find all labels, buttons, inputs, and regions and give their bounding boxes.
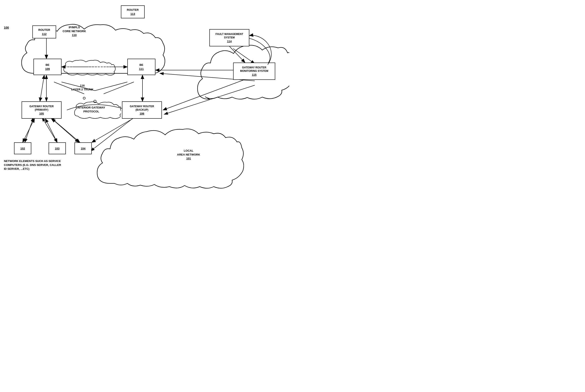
- lan-num: 101: [177, 157, 200, 160]
- core-network-num: 110: [63, 33, 86, 37]
- gw-primary-105-num: 105: [39, 112, 44, 115]
- bottom-label: NETWORK ELEMENTS SUCH AS SERVICE COMPUTE…: [4, 159, 61, 171]
- grms-115-num: 115: [252, 73, 257, 76]
- router-113-num: 113: [130, 12, 135, 16]
- ne-104-box: 104: [75, 142, 92, 154]
- igp-line1: INTERIOR GATEWAY: [77, 106, 105, 110]
- be-109-num: 109: [45, 67, 50, 70]
- figure-label: 100: [4, 26, 9, 29]
- trunk-text: LAYER 2 TRUNK: [71, 88, 94, 92]
- grms-115-label: GATEWAY ROUTERMONITORING SYSTEM: [240, 66, 268, 73]
- diagram-container: 100 ROUTER 112 ROUTER 113 IP/MPLS CORE N…: [0, 0, 293, 196]
- lan-line1: LOCAL: [177, 149, 200, 153]
- igp-label: INTERIOR GATEWAY PROTOCOL: [77, 106, 105, 114]
- bottom-label-line3: ID SERVER, ...ETC): [4, 167, 61, 171]
- fms-114-box: FAULT MANAGEMENTSYSTEM 114: [209, 29, 249, 46]
- bottom-label-line2: COMPUTERS (E.G. DNS SERVER, CALLER: [4, 163, 61, 167]
- core-network-label: IP/MPLS CORE NETWORK 110: [63, 26, 86, 37]
- lan-label: LOCAL AREA NETWORK 101: [177, 149, 200, 161]
- gw-backup-106-num: 106: [140, 112, 144, 115]
- router-113-label: ROUTER: [127, 8, 139, 12]
- be-111-num: 111: [139, 67, 144, 70]
- ne-103-box: 103: [49, 142, 66, 154]
- be-109-box: BE 109: [34, 59, 62, 75]
- be-111-label: BE: [140, 63, 143, 67]
- be-111-box: BE 111: [127, 59, 155, 75]
- ne-104-num: 104: [81, 147, 86, 150]
- core-network-line2: CORE NETWORK: [63, 29, 86, 33]
- gw-primary-105-box: GATEWAY ROUTER(PRIMARY) 105: [22, 102, 62, 119]
- gw-primary-105-label: GATEWAY ROUTER(PRIMARY): [29, 105, 54, 112]
- be-109-label: BE: [46, 63, 50, 67]
- fms-114-num: 114: [227, 40, 232, 43]
- trunk-num: 116: [71, 84, 94, 88]
- bottom-label-line1: NETWORK ELEMENTS SUCH AS SERVICE: [4, 159, 61, 163]
- trunk-label: 116 LAYER 2 TRUNK: [71, 84, 94, 92]
- ne-102-num: 102: [20, 147, 25, 150]
- router-112-num: 112: [42, 32, 47, 36]
- grms-115-box: GATEWAY ROUTERMONITORING SYSTEM 115: [233, 62, 275, 80]
- igp-line2: PROTOCOL: [77, 110, 105, 114]
- gw-backup-106-box: GATEWAY ROUTER(BACKUP) 106: [122, 102, 162, 119]
- router-112-label: ROUTER: [39, 28, 50, 32]
- lan-line2: AREA NETWORK: [177, 153, 200, 157]
- core-network-line1: IP/MPLS: [63, 26, 86, 29]
- ne-102-box: 102: [14, 142, 31, 154]
- gw-backup-106-label: GATEWAY ROUTER(BACKUP): [130, 105, 154, 112]
- router-113-box: ROUTER 113: [121, 6, 145, 18]
- router-112-box: ROUTER 112: [32, 26, 56, 38]
- fms-114-label: FAULT MANAGEMENTSYSTEM: [215, 32, 243, 39]
- ne-103-num: 103: [55, 147, 60, 150]
